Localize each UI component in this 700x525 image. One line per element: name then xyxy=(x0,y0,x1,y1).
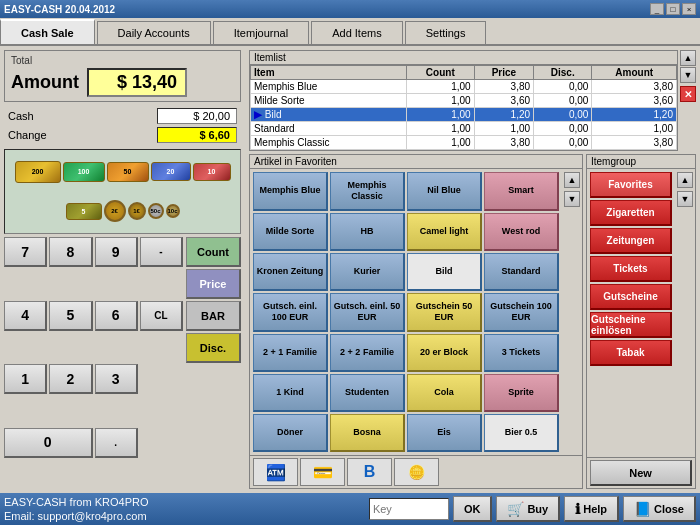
disc-button[interactable]: Disc. xyxy=(186,333,241,363)
num-9[interactable]: 9 xyxy=(95,237,138,267)
tab-add-items[interactable]: Add Items xyxy=(311,21,403,44)
favorite-button[interactable]: Döner xyxy=(253,414,328,452)
favorite-button[interactable]: Standard xyxy=(484,253,559,291)
favorite-button[interactable]: Milde Sorte xyxy=(253,213,328,251)
favorite-button[interactable]: Bosna xyxy=(330,414,405,452)
favorite-button[interactable]: Studenten xyxy=(330,374,405,412)
num-0[interactable]: 0 xyxy=(4,428,93,458)
num-4[interactable]: 4 xyxy=(4,301,47,331)
fav-scroll-down[interactable]: ▼ xyxy=(564,191,580,207)
key-input[interactable] xyxy=(369,498,449,520)
itemlist-title: Itemlist xyxy=(250,51,677,65)
close-window-button[interactable]: × xyxy=(682,3,696,15)
coin-1eur[interactable]: 1€ xyxy=(128,202,146,220)
price-button[interactable]: Price xyxy=(186,269,241,299)
favorite-button[interactable]: Bier 0.5 xyxy=(484,414,559,452)
table-row[interactable]: Memphis Blue 1,00 3,80 0,00 3,80 xyxy=(251,80,677,94)
favorite-button[interactable]: Eis xyxy=(407,414,482,452)
favorite-button[interactable]: Bild xyxy=(407,253,482,291)
cash-label: Cash xyxy=(8,110,34,122)
num-8[interactable]: 8 xyxy=(49,237,92,267)
favorite-button[interactable]: HB xyxy=(330,213,405,251)
image-btn-3[interactable]: B xyxy=(347,458,392,486)
help-button[interactable]: ℹ Help xyxy=(564,496,619,522)
num-dot[interactable]: . xyxy=(95,428,138,458)
num-cl[interactable]: CL xyxy=(140,301,183,331)
table-row[interactable]: Milde Sorte 1,00 3,60 0,00 3,60 xyxy=(251,94,677,108)
image-btn-4[interactable]: 🪙 xyxy=(394,458,439,486)
image-btn-1[interactable]: 🏧 xyxy=(253,458,298,486)
favorite-button[interactable]: 3 Tickets xyxy=(484,334,559,372)
window-controls[interactable]: _ □ × xyxy=(650,3,696,15)
favorite-button[interactable]: West rod xyxy=(484,213,559,251)
group-button[interactable]: Zeitungen xyxy=(590,228,672,254)
image-btn-2[interactable]: 💳 xyxy=(300,458,345,486)
favorite-button[interactable]: 20 er Block xyxy=(407,334,482,372)
group-button[interactable]: Tabak xyxy=(590,340,672,366)
favorite-button[interactable]: 1 Kind xyxy=(253,374,328,412)
group-scroll-up[interactable]: ▲ xyxy=(677,172,693,188)
favorite-button[interactable]: Gutsch. einl. 50 EUR xyxy=(330,293,405,332)
group-button[interactable]: Zigaretten xyxy=(590,200,672,226)
num-minus[interactable]: - xyxy=(140,237,183,267)
bill-50[interactable]: 50 xyxy=(107,162,149,182)
bill-20[interactable]: 20 xyxy=(151,162,191,181)
favorite-button[interactable]: Memphis Blue xyxy=(253,172,328,211)
bar-button[interactable]: BAR xyxy=(186,301,241,331)
group-button[interactable]: Gutscheine xyxy=(590,284,672,310)
tab-settings[interactable]: Settings xyxy=(405,21,487,44)
scroll-up-button[interactable]: ▲ xyxy=(680,50,696,66)
num-6[interactable]: 6 xyxy=(95,301,138,331)
bill-10[interactable]: 10 xyxy=(193,163,231,181)
count-button[interactable]: Count xyxy=(186,237,241,267)
bill-100[interactable]: 100 xyxy=(63,162,105,182)
favorite-button[interactable]: Kronen Zeitung xyxy=(253,253,328,291)
tab-itemjournal[interactable]: Itemjournal xyxy=(213,21,309,44)
bottom-info: EASY-CASH from KRO4PRO Email: support@kr… xyxy=(4,495,365,524)
favorite-button[interactable]: Smart xyxy=(484,172,559,211)
favorite-button[interactable]: Sprite xyxy=(484,374,559,412)
favorite-button[interactable]: 2 + 2 Familie xyxy=(330,334,405,372)
buy-button[interactable]: 🛒 Buy xyxy=(496,496,560,522)
favorite-button[interactable]: Camel light xyxy=(407,213,482,251)
favorite-button[interactable]: 2 + 1 Familie xyxy=(253,334,328,372)
num-1[interactable]: 1 xyxy=(4,364,47,394)
favorite-button[interactable]: Kurier xyxy=(330,253,405,291)
tab-bar: Cash Sale Daily Accounts Itemjournal Add… xyxy=(0,18,700,46)
num-2[interactable]: 2 xyxy=(49,364,92,394)
maximize-button[interactable]: □ xyxy=(666,3,680,15)
num-3[interactable]: 3 xyxy=(95,364,138,394)
close-icon: 📘 xyxy=(634,501,651,517)
coin-2eur[interactable]: 2€ xyxy=(104,200,126,222)
table-row[interactable]: Memphis Classic 1,00 3,80 0,00 3,80 xyxy=(251,136,677,150)
group-scroll-down[interactable]: ▼ xyxy=(677,191,693,207)
money-display[interactable]: 200 100 50 20 10 5 2€ 1€ 50c 10c xyxy=(4,149,241,234)
group-button[interactable]: Gutscheine einlösen xyxy=(590,312,672,338)
favorite-button[interactable]: Memphis Classic xyxy=(330,172,405,211)
bill-200[interactable]: 200 xyxy=(15,161,61,183)
coin-10cent[interactable]: 10c xyxy=(166,204,180,218)
minimize-button[interactable]: _ xyxy=(650,3,664,15)
tab-daily-accounts[interactable]: Daily Accounts xyxy=(97,21,211,44)
favorite-button[interactable]: Gutschein 50 EUR xyxy=(407,293,482,332)
new-button[interactable]: New xyxy=(590,460,692,486)
favorite-button[interactable]: Gutsch. einl. 100 EUR xyxy=(253,293,328,332)
tab-cash-sale[interactable]: Cash Sale xyxy=(0,19,95,44)
bill-5[interactable]: 5 xyxy=(66,203,102,220)
fav-scroll-up[interactable]: ▲ xyxy=(564,172,580,188)
num-7[interactable]: 7 xyxy=(4,237,47,267)
col-disc: Disc. xyxy=(534,66,592,80)
group-button[interactable]: Tickets xyxy=(590,256,672,282)
scroll-down-button[interactable]: ▼ xyxy=(680,67,696,83)
favorite-button[interactable]: Cola xyxy=(407,374,482,412)
delete-row-button[interactable]: ✕ xyxy=(680,86,696,102)
close-button[interactable]: 📘 Close xyxy=(623,496,696,522)
coin-50cent[interactable]: 50c xyxy=(148,203,164,219)
num-5[interactable]: 5 xyxy=(49,301,92,331)
table-row[interactable]: Standard 1,00 1,00 0,00 1,00 xyxy=(251,122,677,136)
favorite-button[interactable]: Nil Blue xyxy=(407,172,482,211)
table-row[interactable]: ▶ Bild 1,00 1,20 0,00 1,20 xyxy=(251,108,677,122)
group-button[interactable]: Favorites xyxy=(590,172,672,198)
ok-button[interactable]: OK xyxy=(453,496,493,522)
favorite-button[interactable]: Gutschein 100 EUR xyxy=(484,293,559,332)
